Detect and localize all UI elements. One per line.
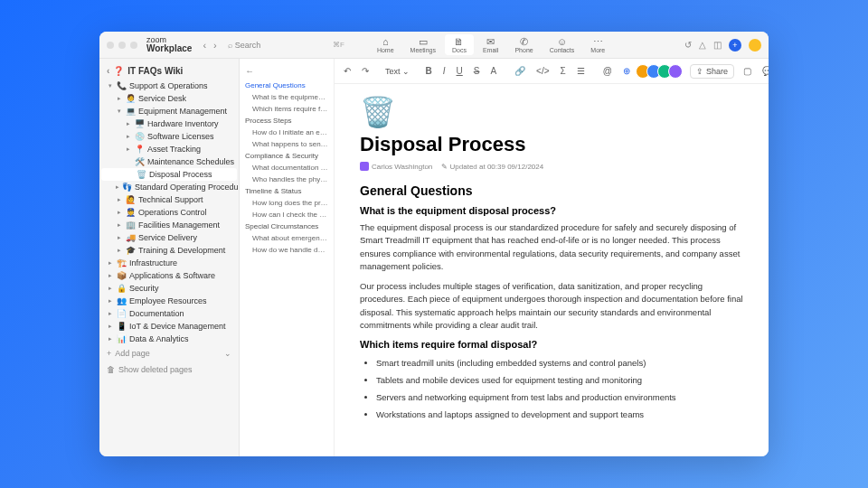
new-button[interactable]: + bbox=[729, 39, 741, 52]
text-style-dropdown[interactable]: Text ⌄ bbox=[385, 67, 410, 76]
tree-item[interactable]: ▸📦Applications & Software bbox=[99, 269, 239, 282]
tree-item[interactable]: ▸🖥️Hardware Inventory bbox=[99, 117, 239, 130]
min-dot[interactable] bbox=[118, 42, 126, 49]
bell-icon[interactable]: △ bbox=[699, 40, 706, 50]
code-button[interactable]: </> bbox=[534, 64, 551, 78]
chevron-icon[interactable]: ▸ bbox=[116, 234, 123, 241]
outline-item[interactable]: Timeline & Status bbox=[245, 185, 328, 197]
tree-item[interactable]: ▸👥Employee Resources bbox=[99, 295, 239, 307]
tree-item[interactable]: ▸📄Documentation bbox=[99, 307, 239, 320]
search-box[interactable]: ⌕ Search bbox=[228, 41, 261, 50]
tree-item[interactable]: ▸🧑‍💼Service Desk bbox=[99, 92, 239, 105]
bullet-list[interactable]: Smart treadmill units (including embedde… bbox=[360, 355, 743, 422]
chevron-icon[interactable]: ▸ bbox=[125, 145, 132, 153]
font-color-button[interactable]: A bbox=[488, 64, 498, 78]
chevron-icon[interactable]: ▸ bbox=[116, 95, 123, 102]
comment-icon[interactable]: 💬 bbox=[760, 64, 769, 78]
undo-button[interactable]: ↶ bbox=[342, 64, 353, 78]
tab-more[interactable]: ⋯More bbox=[583, 34, 612, 55]
tree-item[interactable]: ▾💻Equipment Management bbox=[99, 105, 239, 117]
strike-button[interactable]: S bbox=[472, 64, 482, 78]
chevron-icon[interactable]: ▾ bbox=[107, 82, 114, 89]
collaborator-avatars[interactable] bbox=[639, 64, 683, 79]
list-item[interactable]: Workstations and laptops assigned to dev… bbox=[376, 407, 743, 422]
outline-item[interactable]: What happens to sensitive … bbox=[245, 138, 328, 150]
tree-item[interactable]: ▸🏗️Infrastructure bbox=[99, 257, 239, 269]
chevron-icon[interactable]: ▸ bbox=[107, 323, 114, 330]
tree-item[interactable]: ▸📊Data & Analytics bbox=[99, 333, 239, 345]
document-body[interactable]: 🗑️ Disposal Process Carlos Washington ✎ … bbox=[335, 84, 769, 456]
avatar[interactable] bbox=[668, 64, 683, 79]
tree-item[interactable]: ▸🏢Facilities Management bbox=[99, 219, 239, 231]
chevron-icon[interactable]: ▸ bbox=[107, 285, 114, 292]
formula-button[interactable]: Σ bbox=[559, 64, 568, 78]
underline-button[interactable]: U bbox=[455, 64, 465, 78]
chevron-icon[interactable]: ▸ bbox=[107, 335, 114, 343]
tree-item[interactable]: ▸👮Operations Control bbox=[99, 206, 239, 219]
tree-item[interactable]: ▸💿Software Licenses bbox=[99, 130, 239, 143]
chevron-icon[interactable]: ▸ bbox=[116, 221, 123, 229]
max-dot[interactable] bbox=[130, 42, 137, 49]
tree-item[interactable]: ▸🚚Service Delivery bbox=[99, 231, 239, 244]
outline-item[interactable]: How long does the process … bbox=[245, 197, 328, 209]
paragraph[interactable]: The equipment disposal process is our st… bbox=[360, 221, 743, 273]
chevron-icon[interactable]: ▸ bbox=[116, 196, 123, 203]
paragraph[interactable]: Our process includes multiple stages of … bbox=[360, 280, 743, 332]
question-heading[interactable]: Which items require formal disposal? bbox=[360, 339, 743, 350]
outline-item[interactable]: What is the equipment disp… bbox=[245, 91, 328, 103]
tab-email[interactable]: ✉Email bbox=[476, 34, 506, 55]
list-button[interactable]: ☰ bbox=[575, 64, 587, 78]
chevron-icon[interactable]: ▸ bbox=[107, 297, 114, 305]
outline-back[interactable]: ← bbox=[245, 66, 328, 76]
outline-item[interactable]: Process Steps bbox=[245, 115, 328, 127]
outline-item[interactable]: Special Circumstances bbox=[245, 221, 328, 232]
list-item[interactable]: Servers and networking equipment from te… bbox=[376, 389, 743, 405]
insert-button[interactable]: ⊕ bbox=[621, 64, 632, 78]
chevron-icon[interactable]: ▸ bbox=[116, 209, 123, 216]
question-heading[interactable]: What is the equipment disposal process? bbox=[360, 205, 743, 216]
tree-item[interactable]: 🛠️Maintenance Schedules bbox=[99, 155, 239, 168]
tab-contacts[interactable]: ☺Contacts bbox=[542, 34, 582, 55]
outline-item[interactable]: General Questions bbox=[245, 80, 328, 91]
show-deleted[interactable]: 🗑 Show deleted pages bbox=[99, 361, 239, 378]
window-controls[interactable] bbox=[107, 42, 137, 49]
chevron-icon[interactable]: ▸ bbox=[107, 259, 114, 267]
tree-item[interactable]: ▾📞Support & Operations bbox=[99, 80, 239, 92]
chevron-icon[interactable]: ▾ bbox=[116, 108, 123, 115]
outline-item[interactable]: Compliance & Security bbox=[245, 150, 328, 162]
close-dot[interactable] bbox=[107, 42, 114, 49]
chevron-icon[interactable]: ▸ bbox=[107, 310, 114, 317]
doc-icon[interactable]: 🗑️ bbox=[360, 95, 743, 129]
list-item[interactable]: Smart treadmill units (including embedde… bbox=[376, 355, 743, 371]
share-button[interactable]: ⇪ Share bbox=[690, 64, 734, 79]
link-button[interactable]: 🔗 bbox=[513, 64, 527, 78]
wiki-title[interactable]: ‹ ❓ IT FAQs Wiki bbox=[99, 62, 239, 80]
bold-button[interactable]: B bbox=[424, 64, 434, 78]
nav-forward[interactable]: › bbox=[213, 40, 217, 51]
tab-phone[interactable]: ✆Phone bbox=[507, 34, 540, 55]
tree-item[interactable]: 🗑️Disposal Process bbox=[101, 168, 237, 181]
tree-item[interactable]: ▸🎓Training & Development bbox=[99, 244, 239, 257]
chevron-icon[interactable]: ▸ bbox=[125, 133, 132, 140]
outline-item[interactable]: What about emergency dis… bbox=[245, 232, 328, 244]
tree-item[interactable]: ▸🙋Technical Support bbox=[99, 193, 239, 206]
tab-meetings[interactable]: ▭Meetings bbox=[403, 34, 443, 55]
tree-item[interactable]: ▸📱IoT & Device Management bbox=[99, 320, 239, 333]
mention-button[interactable]: @ bbox=[601, 64, 614, 78]
outline-item[interactable]: Which items require formal … bbox=[245, 103, 328, 115]
nav-back[interactable]: ‹ bbox=[203, 40, 206, 51]
chevron-icon[interactable]: ▸ bbox=[125, 120, 132, 127]
tab-home[interactable]: ⌂Home bbox=[370, 34, 401, 55]
doc-title[interactable]: Disposal Process bbox=[360, 133, 743, 156]
outline-item[interactable]: How can I check the status … bbox=[245, 209, 328, 221]
redo-button[interactable]: ↷ bbox=[360, 64, 371, 78]
chevron-icon[interactable]: ▸ bbox=[116, 183, 119, 191]
tree-item[interactable]: ▸📍Asset Tracking bbox=[99, 143, 239, 155]
outline-item[interactable]: Who handles the physical di… bbox=[245, 174, 328, 185]
chevron-icon[interactable]: ▸ bbox=[116, 247, 123, 254]
tab-docs[interactable]: 🗎Docs bbox=[445, 34, 474, 55]
panel-icon[interactable]: ◫ bbox=[713, 40, 722, 50]
outline-item[interactable]: How do we handle damage… bbox=[245, 244, 328, 256]
history-icon[interactable]: ↺ bbox=[684, 40, 692, 50]
section-heading[interactable]: General Questions bbox=[360, 183, 743, 198]
